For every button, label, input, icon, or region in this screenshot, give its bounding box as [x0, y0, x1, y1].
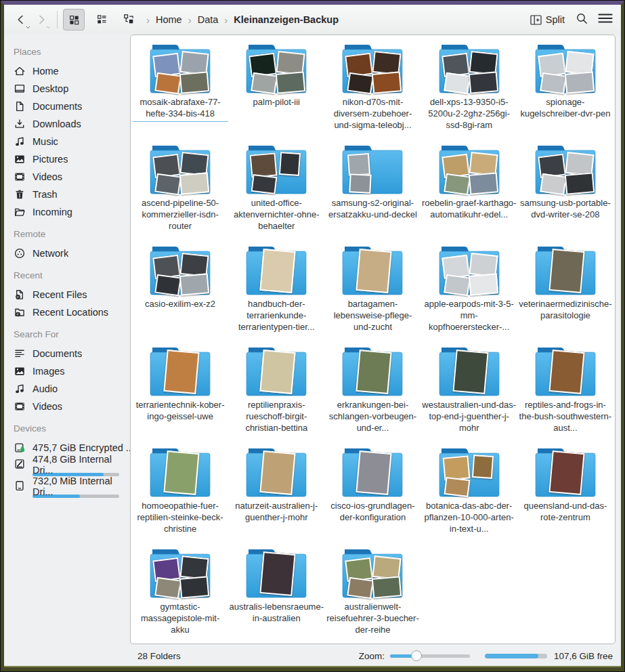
sidebar-section-search-for: Search For	[14, 329, 130, 339]
folder-item-reptilienpraxis-rueschoff-birgit-christi[interactable]: reptilienpraxis-rueschoff-birgit-christi…	[228, 346, 324, 447]
sidebar-item-documents[interactable]: Documents	[12, 345, 130, 362]
details-view-button[interactable]	[91, 9, 112, 29]
folder-item-apple-earpods-mit-3-5-mm-kopfhoerersteck[interactable]: apple-earpods-mit-3-5-mm-kopfhoerersteck…	[421, 245, 517, 346]
folder-label: australienwelt-reisefuehrer-3-buecher-de…	[325, 601, 421, 635]
sidebar-item-label: Network	[33, 248, 68, 259]
folder-item-reptiles-and-frogs-in-the-bush-southwest[interactable]: reptiles-and-frogs-in-the-bush-southwest…	[517, 346, 613, 447]
sidebar-item-desktop[interactable]: Desktop	[12, 80, 130, 98]
folder-item-terrarientechnik-kober-ingo-geissel-uwe[interactable]: terrarientechnik-kober-ingo-geissel-uwe	[132, 346, 228, 447]
folder-thumbnail	[548, 450, 584, 495]
sidebar-item-recent-locations[interactable]: Recent Locations	[12, 303, 130, 321]
folder-item-veterinaermedizinische-parasitologie[interactable]: veterinaermedizinische-parasitologie	[517, 245, 613, 346]
folder-item-dell-xps-13-9350-i5-5200u-2-2ghz-256gi-s[interactable]: dell-xps-13-9350-i5-5200u-2-2ghz-256gi-s…	[421, 43, 517, 144]
sidebar-item-downloads[interactable]: Downloads	[12, 115, 130, 133]
sidebar-item-network[interactable]: Network	[12, 245, 130, 262]
folder-item-homoeopathie-fuer-reptilien-steinke-beck[interactable]: homoeopathie-fuer-reptilien-steinke-beck…	[132, 447, 228, 548]
sidebar-item-pictures[interactable]: Pictures	[12, 150, 130, 168]
folder-item-australis-lebensraeume-in-australien[interactable]: australis-lebensraeume-in-australien	[228, 548, 324, 644]
forward-button[interactable]	[31, 9, 51, 30]
folder-item-roebelin-graef-karthago-automatikuhr-ede[interactable]: roebelin-graef-karthago-automatikuhr-ede…	[421, 144, 517, 245]
folder-item-palm-pilot-iii[interactable]: palm-pilot-iii	[228, 43, 324, 144]
sidebar-item-label: Recent Files	[33, 289, 87, 300]
folder-thumbnail	[565, 172, 595, 195]
breadcrumb-item-kleinanzeigen-backup[interactable]: Kleinanzeigen-Backup	[231, 13, 341, 26]
sidebar-item-label: 474,8 GiB Internal Dri...	[33, 454, 130, 476]
folder-thumbnail	[356, 249, 392, 293]
folder-item-erkrankungen-bei-schlangen-vorbeugen-und[interactable]: erkrankungen-bei-schlangen-vorbeugen-und…	[324, 346, 421, 447]
zoom-slider-handle[interactable]	[411, 650, 422, 661]
folder-thumbnail	[349, 173, 372, 194]
breadcrumb-item-home[interactable]: Home	[153, 13, 185, 26]
folder-item-westaustralien-und-das-top-end-j-guenthe[interactable]: westaustralien-und-das-top-end-j-guenthe…	[421, 346, 517, 447]
folder-label: terrarientechnik-kober-ingo-geissel-uwe	[133, 399, 228, 422]
folder-label: botanica-das-abc-der-pflanzen-10-000-art…	[421, 500, 517, 534]
folder-item-samsung-usb-portable-dvd-writer-se-208[interactable]: samsung-usb-portable-dvd-writer-se-208	[517, 144, 613, 245]
folder-item-united-office-aktenvernichter-ohne-behae[interactable]: united-office-aktenvernichter-ohne-behae…	[228, 144, 324, 245]
search-icon	[576, 12, 588, 25]
folder-thumbnail	[251, 72, 278, 95]
folder-thumbnail	[472, 455, 494, 479]
folder-icon-area	[437, 43, 501, 95]
folder-thumbnail	[179, 576, 209, 599]
sidebar-item-videos[interactable]: Videos	[12, 398, 130, 415]
folder-item-ascend-pipeline-50-kommerzieller-isdn-ro[interactable]: ascend-pipeline-50-kommerzieller-isdn-ro…	[132, 144, 228, 245]
sidebar-item-label: Images	[33, 366, 65, 377]
folder-item-casio-exilim-ex-z2[interactable]: casio-exilim-ex-z2	[132, 245, 228, 346]
split-view-icon	[530, 15, 542, 25]
folder-count: 28 Folders	[137, 651, 181, 661]
back-button[interactable]	[11, 9, 31, 30]
folder-item-botanica-das-abc-der-pflanzen-10-000-art[interactable]: botanica-das-abc-der-pflanzen-10-000-art…	[421, 447, 517, 548]
sidebar-item-audio[interactable]: Audio	[12, 380, 130, 398]
drive-encrypted-icon	[14, 442, 26, 454]
desktop-icon	[14, 83, 26, 95]
folder-item-bartagamen-lebensweise-pflege-und-zucht[interactable]: bartagamen-lebensweise-pflege-und-zucht	[324, 245, 421, 346]
folder-label: handbuch-der-terrarienkunde-terrarientyp…	[229, 298, 324, 333]
sidebar-section-places: Places	[14, 47, 130, 57]
folder-item-spionage-kugelschreiber-dvr-pen[interactable]: spionage-kugelschreiber-dvr-pen	[517, 43, 613, 144]
icons-view-button[interactable]	[63, 9, 85, 30]
search-button[interactable]	[576, 12, 588, 28]
sidebar-item-images[interactable]: Images	[12, 362, 130, 380]
folder-item-handbuch-der-terrarienkunde-terrarientyp[interactable]: handbuch-der-terrarienkunde-terrarientyp…	[228, 245, 324, 346]
folder-thumbnail	[356, 350, 392, 394]
folder-item-mosaik-abrafaxe-77-hefte-334-bis-418[interactable]: mosaik-abrafaxe-77-hefte-334-bis-418	[132, 43, 228, 144]
sidebar-item-videos[interactable]: Videos	[12, 168, 130, 186]
folder-item-naturzeit-australien-j-guenther-j-mohr[interactable]: naturzeit-australien-j-guenther-j-mohr	[228, 447, 324, 548]
folder-label: samsung-s2-original-ersatzakku-und-decke…	[325, 197, 421, 220]
folder-view[interactable]: mosaik-abrafaxe-77-hefte-334-bis-418 pal…	[130, 35, 616, 644]
chevron-down-icon	[26, 26, 30, 29]
menu-button[interactable]	[598, 13, 613, 26]
folder-label: bartagamen-lebensweise-pflege-und-zucht	[325, 298, 421, 333]
split-button[interactable]: Split	[526, 12, 569, 27]
folder-icon-area	[341, 245, 404, 297]
folder-label: westaustralien-und-das-top-end-j-guenthe…	[421, 399, 517, 434]
folder-thumbnail	[163, 350, 199, 394]
folder-thumbnail	[260, 350, 296, 394]
tree-view-button[interactable]	[118, 9, 139, 29]
sidebar-item-732-0-mib-internal-dri[interactable]: 732,0 MiB Internal Dri...	[12, 478, 130, 500]
sidebar-item-incoming[interactable]: Incoming	[12, 203, 130, 221]
folder-thumbnail	[372, 71, 402, 94]
zoom-slider[interactable]	[390, 654, 470, 658]
network-icon	[14, 247, 26, 259]
folder-item-cisco-ios-grundlagen-der-konfiguration[interactable]: cisco-ios-grundlagen-der-konfiguration	[324, 447, 421, 548]
folder-icon-area	[534, 245, 597, 297]
folder-thumbnail	[540, 173, 567, 196]
folder-thumbnail	[347, 72, 374, 95]
sidebar-item-music[interactable]: Music	[12, 133, 130, 150]
folder-item-nikon-d70s-mit-diversem-zubehoer-und-sig[interactable]: nikon-d70s-mit-diversem-zubehoer-und-sig…	[324, 43, 421, 144]
sidebar-item-home[interactable]: Home	[12, 62, 130, 80]
sidebar-item-recent-files[interactable]: Recent Files	[12, 286, 130, 303]
folder-item-samsung-s2-original-ersatzakku-und-decke[interactable]: samsung-s2-original-ersatzakku-und-decke…	[324, 144, 421, 245]
folder-item-queensland-und-das-rote-zentrum[interactable]: queensland-und-das-rote-zentrum	[517, 447, 613, 548]
folder-label: roebelin-graef-karthago-automatikuhr-ede…	[421, 197, 517, 220]
folder-item-australienwelt-reisefuehrer-3-buecher-de[interactable]: australienwelt-reisefuehrer-3-buecher-de…	[324, 548, 421, 644]
sidebar-item-trash[interactable]: Trash	[12, 186, 130, 203]
breadcrumb-item-data[interactable]: Data	[195, 13, 221, 26]
free-space-bar	[485, 654, 547, 658]
folder-icon-area	[148, 245, 212, 297]
folder-item-gymtastic-massagepistole-mit-akku[interactable]: gymtastic-massagepistole-mit-akku	[132, 548, 228, 644]
details-view-icon	[96, 14, 108, 25]
folder-icon-area	[534, 447, 597, 499]
sidebar-item-documents[interactable]: Documents	[12, 98, 130, 115]
